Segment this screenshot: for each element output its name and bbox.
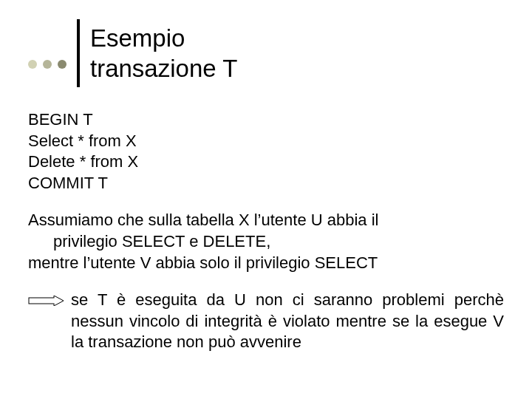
slide-content: BEGIN T Select * from X Delete * from X … — [28, 109, 504, 369]
svg-rect-2 — [53, 299, 55, 304]
title-line-2: transazione T — [90, 53, 237, 83]
decoration-dots — [28, 60, 66, 69]
title-line-1: Esempio — [90, 23, 237, 53]
code-line: BEGIN T — [28, 109, 504, 131]
slide: Esempio transazione T BEGIN T Select * f… — [0, 0, 532, 399]
slide-header: Esempio transazione T — [28, 19, 237, 87]
svg-rect-0 — [29, 298, 54, 304]
code-line: Select * from X — [28, 131, 504, 152]
code-line: COMMIT T — [28, 173, 504, 194]
slide-title: Esempio transazione T — [90, 23, 237, 84]
result-paragraph: se T è eseguita da U non ci saranno prob… — [28, 290, 504, 353]
svg-marker-1 — [54, 296, 64, 306]
assumption-text: privilegio SELECT e DELETE, — [28, 231, 504, 253]
assumption-paragraph: Assumiamo che sulla tabella X l’utente U… — [28, 210, 504, 273]
code-line: Delete * from X — [28, 151, 504, 173]
arrow-right-icon — [28, 296, 64, 306]
dot-icon — [58, 60, 66, 69]
assumption-line: Assumiamo che sulla tabella X l’utente U… — [28, 210, 504, 252]
result-text: se T è eseguita da U non ci saranno prob… — [71, 290, 504, 353]
dot-icon — [28, 60, 37, 69]
vertical-divider — [77, 19, 80, 87]
assumption-line: mentre l’utente V abbia solo il privileg… — [28, 253, 504, 274]
assumption-text: Assumiamo che sulla tabella X l’utente U… — [28, 211, 378, 229]
dot-icon — [43, 60, 52, 69]
code-block: BEGIN T Select * from X Delete * from X … — [28, 109, 504, 194]
result-line-1: se T è eseguita da U non ci saranno prob… — [71, 290, 445, 309]
